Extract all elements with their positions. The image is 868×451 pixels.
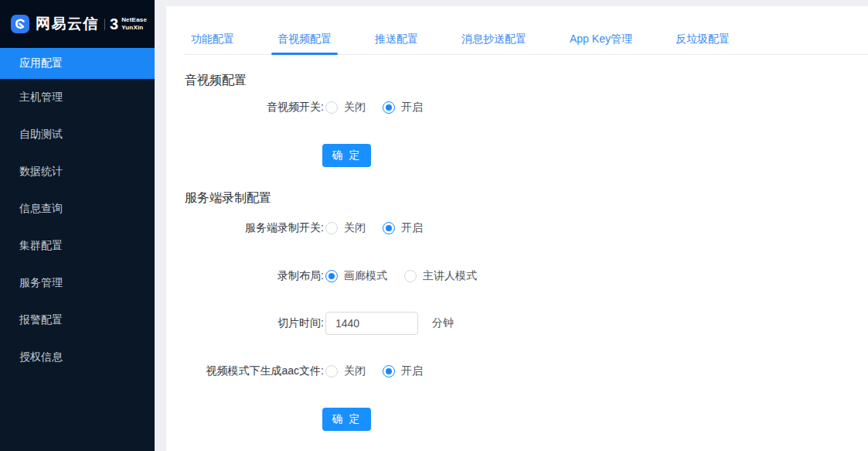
- radio-checked-icon[interactable]: [383, 222, 395, 234]
- server-record-switch-option[interactable]: 开启: [383, 221, 423, 235]
- confirm-button-server-record-config[interactable]: 确 定: [322, 408, 371, 431]
- record-layout-option-label: 主讲人模式: [423, 269, 477, 283]
- radio-unchecked-icon[interactable]: [325, 222, 338, 234]
- sidebar-item-service-management[interactable]: 服务管理: [0, 265, 155, 302]
- tab-bar: 功能配置音视频配置推送配置消息抄送配置App Key管理反垃圾配置: [185, 6, 868, 55]
- audio-video-switch-controls: 关闭开启: [325, 101, 440, 114]
- netease-wordmark: NetEase YunXin: [121, 16, 147, 31]
- form-row-record-layout: 录制布局:画廊模式主讲人模式: [185, 269, 868, 283]
- tab-message-copy-config[interactable]: 消息抄送配置: [455, 25, 533, 54]
- aac-file-switch-controls: 关闭开启: [325, 364, 440, 378]
- form-row-audio-video-switch: 音视频开关:关闭开启: [185, 101, 868, 114]
- radio-checked-icon[interactable]: [325, 270, 338, 282]
- tab-function-config[interactable]: 功能配置: [185, 25, 240, 54]
- section-audio-video-config: 音视频配置音视频开关:关闭开启确 定: [185, 72, 868, 167]
- record-layout-option[interactable]: 主讲人模式: [404, 269, 477, 283]
- server-record-switch-option-label: 开启: [401, 221, 423, 235]
- content: 音视频配置音视频开关:关闭开启确 定服务端录制配置服务端录制开关:关闭开启录制布…: [166, 72, 868, 431]
- sidebar-item-info-query[interactable]: 信息查询: [0, 190, 155, 227]
- tab-audio-video-config[interactable]: 音视频配置: [271, 25, 338, 54]
- audio-video-switch-option-label: 关闭: [344, 101, 366, 114]
- submit-row-server-record-config: 确 定: [185, 408, 868, 431]
- server-record-switch-controls: 关闭开启: [325, 221, 440, 235]
- aac-file-switch-option-label: 关闭: [344, 364, 366, 378]
- audio-video-switch-option-label: 开启: [401, 101, 423, 114]
- tab-anti-spam-config[interactable]: 反垃圾配置: [669, 25, 736, 54]
- content-card: 功能配置音视频配置推送配置消息抄送配置App Key管理反垃圾配置 音视频配置音…: [166, 6, 868, 451]
- audio-video-switch-option[interactable]: 开启: [383, 101, 423, 114]
- aac-file-switch-option[interactable]: 关闭: [325, 364, 366, 378]
- sidebar-item-cluster-config[interactable]: 集群配置: [0, 227, 155, 265]
- tab-app-key-management[interactable]: App Key管理: [563, 25, 638, 54]
- logo-divider: [104, 19, 105, 30]
- logo-bar: 网易云信 3 NetEase YunXin: [0, 0, 155, 48]
- section-title-server-record-config: 服务端录制配置: [185, 190, 868, 207]
- submit-row-audio-video-config: 确 定: [185, 144, 868, 167]
- radio-unchecked-icon[interactable]: [404, 270, 417, 282]
- slice-time-unit: 分钟: [432, 316, 454, 330]
- radio-unchecked-icon[interactable]: [325, 101, 338, 114]
- sidebar-menu: 应用配置主机管理自助测试数据统计信息查询集群配置服务管理报警配置授权信息: [0, 48, 155, 376]
- brand-title: 网易云信: [36, 14, 99, 34]
- sidebar-item-alarm-config[interactable]: 报警配置: [0, 302, 155, 339]
- server-record-switch-label: 服务端录制开关:: [185, 221, 324, 235]
- confirm-button-audio-video-config[interactable]: 确 定: [322, 144, 371, 167]
- record-layout-option[interactable]: 画廊模式: [325, 269, 387, 283]
- radio-checked-icon[interactable]: [383, 365, 395, 378]
- slice-time-input[interactable]: [325, 312, 418, 335]
- sidebar-item-host-management[interactable]: 主机管理: [0, 79, 155, 116]
- record-layout-option-label: 画廊模式: [344, 269, 387, 283]
- audio-video-switch-option[interactable]: 关闭: [325, 101, 366, 114]
- yunxin-logo-icon: [10, 14, 30, 34]
- record-layout-label: 录制布局:: [185, 269, 324, 283]
- radio-checked-icon[interactable]: [383, 101, 395, 114]
- record-layout-controls: 画廊模式主讲人模式: [325, 269, 494, 283]
- netease-wordmark-line1: NetEase: [121, 16, 147, 23]
- aac-file-switch-option[interactable]: 开启: [383, 364, 423, 378]
- sidebar-item-app-config[interactable]: 应用配置: [0, 48, 155, 79]
- tab-push-config[interactable]: 推送配置: [369, 25, 424, 54]
- sidebar-item-self-test[interactable]: 自助测试: [0, 116, 155, 153]
- slice-time-controls: 分钟: [325, 312, 454, 335]
- server-record-switch-option-label: 关闭: [344, 221, 366, 235]
- sidebar-item-data-statistics[interactable]: 数据统计: [0, 153, 155, 190]
- section-server-record-config: 服务端录制配置服务端录制开关:关闭开启录制布局:画廊模式主讲人模式切片时间:分钟…: [185, 190, 868, 431]
- form-row-slice-time: 切片时间:分钟: [185, 312, 868, 335]
- sidebar-item-auth-info[interactable]: 授权信息: [0, 339, 155, 376]
- netease-mark-icon: 3: [110, 16, 118, 32]
- server-record-switch-option[interactable]: 关闭: [325, 221, 366, 235]
- section-title-audio-video-config: 音视频配置: [185, 72, 868, 89]
- netease-wordmark-line2: YunXin: [121, 24, 143, 31]
- aac-file-switch-option-label: 开启: [401, 364, 423, 378]
- slice-time-label: 切片时间:: [185, 316, 324, 330]
- sidebar: 网易云信 3 NetEase YunXin 应用配置主机管理自助测试数据统计信息…: [0, 0, 155, 451]
- audio-video-switch-label: 音视频开关:: [185, 101, 324, 114]
- form-row-aac-file-switch: 视频模式下生成aac文件:关闭开启: [185, 364, 868, 378]
- radio-unchecked-icon[interactable]: [325, 365, 338, 378]
- form-row-server-record-switch: 服务端录制开关:关闭开启: [185, 221, 868, 235]
- aac-file-switch-label: 视频模式下生成aac文件:: [185, 364, 324, 378]
